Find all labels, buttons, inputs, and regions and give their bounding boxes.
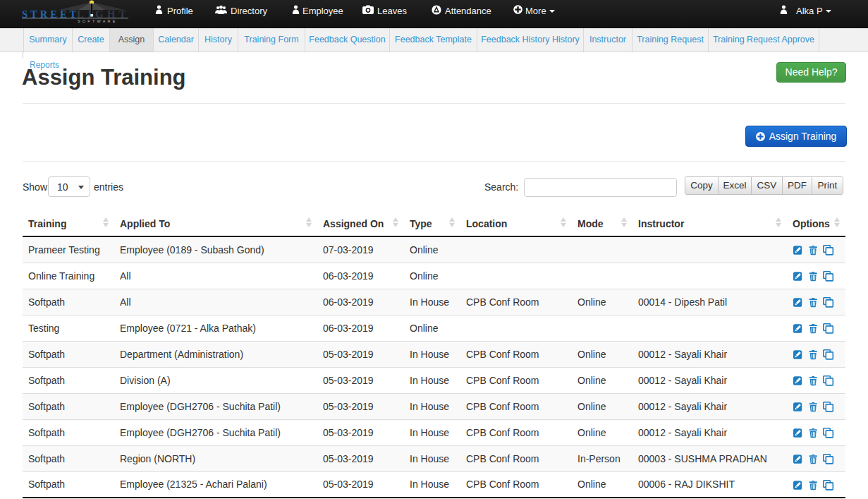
- svg-text:LIGHT: LIGHT: [77, 8, 130, 20]
- svg-text:SOFTWARE: SOFTWARE: [78, 19, 118, 23]
- svg-text:STREET: STREET: [22, 8, 79, 20]
